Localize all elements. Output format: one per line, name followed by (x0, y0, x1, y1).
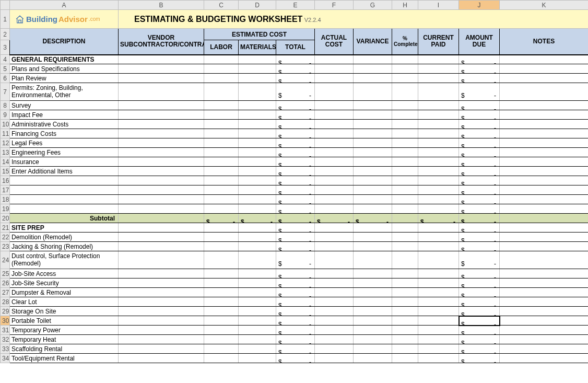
cell-due-30[interactable]: $- (459, 316, 500, 326)
cell-desc-5[interactable]: Plans and Specifications (10, 64, 119, 74)
cell-pct-4[interactable] (392, 55, 418, 64)
cell-paid-18[interactable] (418, 195, 459, 204)
row-header-19[interactable]: 19 (1, 204, 10, 214)
cell-total-7[interactable]: $- (276, 83, 315, 101)
row-header-10[interactable]: 10 (1, 120, 10, 129)
cell-due-32[interactable]: $- (459, 335, 500, 344)
cell-due-19[interactable]: $- (459, 204, 500, 214)
cell-due-12[interactable]: $- (459, 138, 500, 148)
cell-labor-20[interactable]: $- (204, 214, 239, 223)
cell-labor-11[interactable] (204, 129, 239, 138)
cell-paid-27[interactable] (418, 288, 459, 297)
cell-desc-29[interactable]: Storage On Site (10, 307, 119, 316)
cell-vendor-24[interactable] (119, 251, 204, 269)
col-header-F[interactable]: F (315, 1, 354, 10)
cell-desc-7[interactable]: Permits: Zoning, Building, Environmental… (10, 83, 119, 101)
row-header-5[interactable]: 5 (1, 64, 10, 74)
cell-materials-18[interactable] (239, 195, 276, 204)
cell-desc-9[interactable]: Impact Fee (10, 110, 119, 120)
cell-variance-11[interactable] (354, 129, 392, 138)
cell-labor-29[interactable] (204, 307, 239, 316)
cell-variance-32[interactable] (354, 335, 392, 344)
cell-actual-16[interactable] (315, 176, 354, 185)
cell-materials-27[interactable] (239, 288, 276, 297)
cell-actual-20[interactable]: $- (315, 214, 354, 223)
row-header-22[interactable]: 22 (1, 233, 10, 242)
cell-desc-21[interactable]: SITE PREP (10, 223, 119, 233)
cell-materials-34[interactable] (239, 354, 276, 363)
cell-total-4[interactable]: $- (276, 55, 315, 64)
cell-labor-9[interactable] (204, 110, 239, 120)
cell-pct-15[interactable] (392, 167, 418, 176)
cell-desc-16[interactable] (10, 176, 119, 185)
cell-labor-26[interactable] (204, 278, 239, 288)
cell-labor-17[interactable] (204, 185, 239, 195)
cell-due-22[interactable]: $- (459, 233, 500, 242)
cell-pct-11[interactable] (392, 129, 418, 138)
cell-due-26[interactable]: $- (459, 278, 500, 288)
cell-notes-14[interactable] (500, 157, 589, 167)
cell-paid-30[interactable] (418, 316, 459, 326)
cell-total-27[interactable]: $- (276, 288, 315, 297)
cell-actual-26[interactable] (315, 278, 354, 288)
cell-actual-13[interactable] (315, 148, 354, 157)
cell-materials-13[interactable] (239, 148, 276, 157)
cell-notes-31[interactable] (500, 326, 589, 335)
cell-variance-22[interactable] (354, 233, 392, 242)
cell-actual-15[interactable] (315, 167, 354, 176)
cell-labor-16[interactable] (204, 176, 239, 185)
cell-paid-28[interactable] (418, 297, 459, 307)
cell-labor-18[interactable] (204, 195, 239, 204)
cell-notes-12[interactable] (500, 138, 589, 148)
cell-vendor-21[interactable] (119, 223, 204, 233)
cell-due-16[interactable]: $- (459, 176, 500, 185)
cell-notes-23[interactable] (500, 242, 589, 251)
cell-labor-21[interactable] (204, 223, 239, 233)
cell-vendor-25[interactable] (119, 269, 204, 278)
cell-materials-31[interactable] (239, 326, 276, 335)
cell-notes-4[interactable] (500, 55, 589, 64)
cell-total-13[interactable]: $- (276, 148, 315, 157)
cell-due-23[interactable]: $- (459, 242, 500, 251)
cell-due-9[interactable]: $- (459, 110, 500, 120)
cell-labor-6[interactable] (204, 74, 239, 83)
cell-materials-22[interactable] (239, 233, 276, 242)
cell-paid-10[interactable] (418, 120, 459, 129)
cell-total-15[interactable]: $- (276, 167, 315, 176)
cell-labor-32[interactable] (204, 335, 239, 344)
cell-due-5[interactable]: $- (459, 64, 500, 74)
cell-paid-6[interactable] (418, 74, 459, 83)
cell-paid-9[interactable] (418, 110, 459, 120)
cell-variance-18[interactable] (354, 195, 392, 204)
cell-notes-8[interactable] (500, 101, 589, 110)
cell-variance-30[interactable] (354, 316, 392, 326)
cell-actual-7[interactable] (315, 83, 354, 101)
cell-paid-19[interactable] (418, 204, 459, 214)
cell-paid-14[interactable] (418, 157, 459, 167)
cell-variance-24[interactable] (354, 251, 392, 269)
cell-pct-21[interactable] (392, 223, 418, 233)
cell-total-25[interactable]: $- (276, 269, 315, 278)
cell-variance-33[interactable] (354, 344, 392, 354)
cell-pct-24[interactable] (392, 251, 418, 269)
cell-notes-33[interactable] (500, 344, 589, 354)
cell-pct-12[interactable] (392, 138, 418, 148)
cell-pct-7[interactable] (392, 83, 418, 101)
cell-variance-23[interactable] (354, 242, 392, 251)
cell-paid-13[interactable] (418, 148, 459, 157)
cell-pct-25[interactable] (392, 269, 418, 278)
cell-pct-5[interactable] (392, 64, 418, 74)
cell-notes-34[interactable] (500, 354, 589, 363)
cell-vendor-27[interactable] (119, 288, 204, 297)
cell-variance-13[interactable] (354, 148, 392, 157)
cell-pct-22[interactable] (392, 233, 418, 242)
row-header-18[interactable]: 18 (1, 195, 10, 204)
cell-due-13[interactable]: $- (459, 148, 500, 157)
cell-paid-20[interactable]: $- (418, 214, 459, 223)
cell-total-18[interactable]: $- (276, 195, 315, 204)
cell-due-24[interactable]: $- (459, 251, 500, 269)
cell-due-25[interactable]: $- (459, 269, 500, 278)
cell-actual-11[interactable] (315, 129, 354, 138)
cell-total-33[interactable]: $- (276, 344, 315, 354)
cell-pct-27[interactable] (392, 288, 418, 297)
